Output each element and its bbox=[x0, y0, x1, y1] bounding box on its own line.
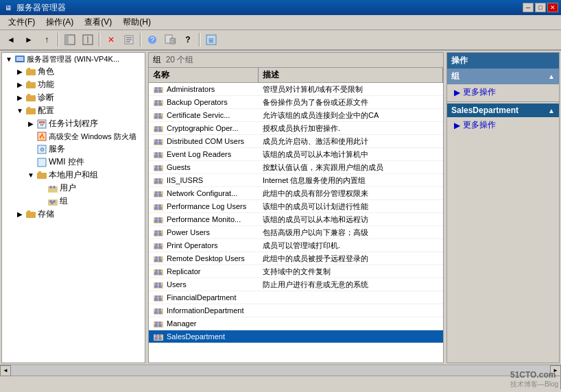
group-name-label: IIS_IUSRS bbox=[167, 176, 203, 184]
list-item[interactable]: Remote Desktop Users此组中的成员被授予远程登录的 bbox=[149, 252, 443, 265]
list-item[interactable]: Distributed COM Users成员允许启动、激活和使用此计 bbox=[149, 135, 443, 148]
storage-icon bbox=[25, 209, 36, 220]
tree-panel[interactable]: ▼ 服务器管理器 (WIN-VP4K... ▶ 角色 ▶ 功能 bbox=[1, 52, 145, 363]
list-item[interactable]: Print Operators成员可以管理域打印机. bbox=[149, 239, 443, 252]
group-desc-cell: 包括高级用户以向下兼容；高级 bbox=[259, 227, 443, 238]
maximize-button[interactable]: □ bbox=[535, 3, 546, 12]
list-item[interactable]: Administrators管理员对计算机/域有不受限制 bbox=[149, 83, 443, 96]
group-desc-cell: 支持域中的文件复制 bbox=[259, 266, 443, 278]
menu-action[interactable]: 操作(A) bbox=[40, 15, 79, 29]
svg-rect-68 bbox=[154, 142, 158, 145]
tree-node-server-manager[interactable]: ▼ 服务器管理器 (WIN-VP4K... bbox=[2, 53, 145, 65]
help-button[interactable]: ? bbox=[180, 32, 196, 47]
expander-diagnostics[interactable]: ▶ bbox=[14, 93, 25, 103]
group-name-cell: Backup Operators bbox=[149, 96, 259, 108]
tree-node-win-firewall[interactable]: ▶ 🔥 高级安全 Windows 防火墙 bbox=[2, 130, 145, 143]
status-text bbox=[0, 376, 561, 389]
minimize-button[interactable]: ─ bbox=[523, 3, 534, 12]
svg-rect-19 bbox=[27, 68, 30, 71]
back-button[interactable]: ◄ bbox=[3, 32, 19, 47]
svg-rect-113 bbox=[154, 259, 158, 262]
svg-rect-23 bbox=[27, 94, 30, 97]
list-item[interactable]: IIS_IUSRSInternet 信息服务使用的内置组 bbox=[149, 174, 443, 187]
list-item[interactable]: Guests按默认值认值，来宾跟用户组的成员 bbox=[149, 161, 443, 174]
expander-server-manager[interactable]: ▼ bbox=[3, 53, 14, 64]
svg-point-52 bbox=[158, 100, 161, 103]
list-item[interactable]: InformationDepartment bbox=[149, 304, 443, 317]
close-button[interactable]: ✕ bbox=[547, 3, 558, 12]
tree-node-groups[interactable]: ▶ 组 bbox=[2, 195, 145, 208]
list-item[interactable]: Manager bbox=[149, 317, 443, 330]
up-button[interactable]: ↑ bbox=[38, 32, 55, 47]
svg-point-107 bbox=[158, 243, 161, 246]
tree-node-users[interactable]: ▶ 用户 bbox=[2, 182, 145, 195]
sales-more-actions[interactable]: ▶ 更多操作 bbox=[447, 117, 559, 133]
list-item[interactable]: Backup Operators备份操作员为了备份或还原文件 bbox=[149, 96, 443, 109]
col-header-desc[interactable]: 描述 bbox=[259, 68, 443, 82]
svg-rect-58 bbox=[154, 116, 158, 119]
list-item[interactable]: Users防止用户进行有意或无意的系统 bbox=[149, 278, 443, 291]
group-section-arrow: ▲ bbox=[548, 73, 555, 80]
expander-roles[interactable]: ▶ bbox=[14, 66, 25, 77]
tree-node-task-scheduler[interactable]: ▶ 📅 任务计划程序 bbox=[2, 117, 145, 130]
group-desc-cell: Internet 信息服务使用的内置组 bbox=[259, 175, 443, 186]
svg-text:⚙: ⚙ bbox=[40, 147, 45, 153]
tree-node-roles[interactable]: ▶ 角色 bbox=[2, 65, 145, 78]
list-item[interactable]: Event Log Readers该组的成员可以从本地计算机中 bbox=[149, 148, 443, 161]
list-item[interactable]: Cryptographic Oper...授权成员执行加密操作. bbox=[149, 122, 443, 135]
tree-node-wmi[interactable]: ▶ WMI 控件 bbox=[2, 156, 145, 169]
svg-rect-103 bbox=[154, 233, 158, 236]
horizontal-scrollbar[interactable]: ◄ ► bbox=[0, 365, 561, 376]
list-item[interactable]: Performance Log Users该组中的成员可以计划进行性能 bbox=[149, 200, 443, 213]
svg-rect-64 bbox=[158, 129, 162, 132]
tree-node-services[interactable]: ▶ ⚙ 服务 bbox=[2, 143, 145, 156]
show-hide-button[interactable] bbox=[62, 32, 78, 47]
expander-features[interactable]: ▶ bbox=[14, 79, 25, 90]
svg-rect-124 bbox=[158, 285, 162, 288]
list-item[interactable]: SalesDepartment bbox=[149, 330, 443, 343]
delete-button[interactable]: ✕ bbox=[103, 32, 119, 47]
group-name-label: InformationDepartment bbox=[167, 306, 244, 315]
svg-rect-119 bbox=[158, 272, 162, 275]
svg-point-92 bbox=[158, 204, 161, 207]
list-item[interactable]: Performance Monito...该组的成员可以从本地和远程访 bbox=[149, 213, 443, 226]
menu-file[interactable]: 文件(F) bbox=[3, 15, 40, 29]
properties-button[interactable] bbox=[121, 32, 137, 47]
expander-local-users[interactable]: ▼ bbox=[25, 170, 36, 181]
new-button[interactable]: ? bbox=[144, 32, 160, 47]
tree-node-config[interactable]: ▼ 配置 bbox=[2, 104, 145, 117]
group-desc-cell: 成员允许启动、激活和使用此计 bbox=[259, 136, 443, 147]
tree-node-storage[interactable]: ▶ 存储 bbox=[2, 208, 145, 221]
group-desc-cell: 允许该组的成员连接到企业中的CA bbox=[259, 110, 443, 121]
expand-button[interactable] bbox=[80, 32, 96, 47]
tree-node-local-users[interactable]: ▼ 本地用户和组 bbox=[2, 169, 145, 182]
group-actions-section: 组 ▲ ▶ 更多操作 bbox=[447, 69, 559, 100]
group-more-actions[interactable]: ▶ 更多操作 bbox=[447, 84, 559, 100]
tree-node-diagnostics[interactable]: ▶ 诊断 bbox=[2, 91, 145, 104]
scroll-track-h[interactable] bbox=[11, 366, 550, 376]
list-item[interactable]: Network Configurat...此组中的成员有部分管理权限来 bbox=[149, 187, 443, 200]
group-list[interactable]: Administrators管理员对计算机/域有不受限制 Backup Oper… bbox=[149, 83, 443, 363]
expander-task-scheduler[interactable]: ▶ bbox=[25, 119, 36, 130]
add-button[interactable]: ⊞ bbox=[162, 32, 178, 47]
toolbar-separator-3 bbox=[140, 33, 141, 47]
manage-button[interactable]: ⊞ bbox=[203, 32, 219, 47]
list-item[interactable]: Certificate Servic...允许该组的成员连接到企业中的CA bbox=[149, 109, 443, 122]
list-item[interactable]: Power Users包括高级用户以向下兼容；高级 bbox=[149, 226, 443, 239]
col-header-name[interactable]: 名称 bbox=[149, 68, 259, 82]
expander-config[interactable]: ▼ bbox=[14, 106, 25, 117]
list-item[interactable]: Replicator支持域中的文件复制 bbox=[149, 265, 443, 278]
group-name-label: Certificate Servic... bbox=[167, 111, 230, 119]
forward-button[interactable]: ► bbox=[21, 32, 37, 47]
scroll-left-btn[interactable]: ◄ bbox=[0, 365, 11, 376]
group-name-label: Distributed COM Users bbox=[167, 137, 244, 145]
menu-help[interactable]: 帮助(H) bbox=[117, 15, 156, 29]
svg-rect-25 bbox=[27, 107, 30, 110]
menu-view[interactable]: 查看(V) bbox=[79, 15, 117, 29]
main-container: ▼ 服务器管理器 (WIN-VP4K... ▶ 角色 ▶ 功能 bbox=[0, 51, 561, 365]
group-name-cell: FinancialDepartment bbox=[149, 291, 259, 304]
tree-node-features[interactable]: ▶ 功能 bbox=[2, 78, 145, 91]
group-name-label: Cryptographic Oper... bbox=[167, 124, 239, 132]
list-item[interactable]: FinancialDepartment bbox=[149, 291, 443, 304]
expander-storage[interactable]: ▶ bbox=[14, 209, 25, 220]
